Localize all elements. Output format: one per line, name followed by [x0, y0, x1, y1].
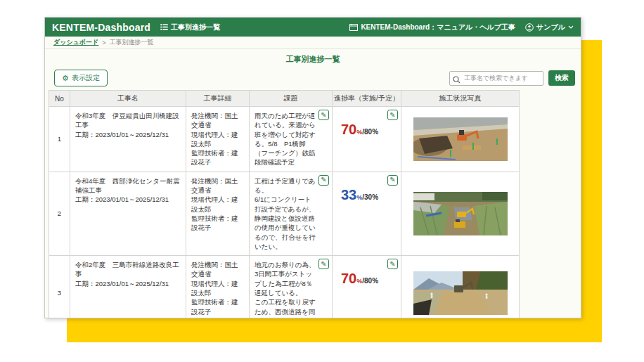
detail-line: 現場代理人：建設太郎: [191, 130, 244, 149]
edit-progress-button[interactable]: ✎: [387, 175, 398, 186]
detail-line: 発注機関：国土交通省: [191, 111, 244, 130]
breadcrumb-dashboard-link[interactable]: ダッシュボード: [53, 38, 98, 47]
issue-text: 工程は予定通りである。: [255, 176, 316, 195]
search-icon: [453, 74, 461, 86]
site-photo-2: [413, 192, 508, 235]
app-logo[interactable]: KENTEM-Dashboard: [52, 22, 150, 33]
breadcrumb-separator: >: [102, 39, 105, 46]
project-name: 令和2年度 三島市幹線道路改良工事: [75, 260, 181, 279]
project-name: 令和3年度 伊豆縦貫山田川橋建設工事: [75, 111, 181, 130]
app-header-right: KENTEM-Dashboard：マニュアル・ヘルプ工事 サンプル: [349, 22, 574, 32]
issue-text: この工程を取り戻すため、西側道路を同時に施工する。。: [255, 297, 316, 318]
user-icon: [525, 23, 534, 32]
pencil-icon: ✎: [389, 260, 395, 268]
user-name-label: サンプル: [536, 22, 565, 32]
dashboard-window: KENTEM-Dashboard 工事別進捗一覧: [44, 17, 581, 318]
project-selector[interactable]: KENTEM-Dashboard：マニュアル・ヘルプ工事: [349, 22, 515, 32]
project-period: 工期：2023/01/01～2025/12/31: [75, 279, 181, 288]
issue-text: 地元のお祭りの為、3日間工事がストップした為工程が8％遅延している。: [255, 260, 316, 297]
chevron-down-icon: [568, 25, 574, 29]
pencil-icon: ✎: [321, 176, 326, 183]
site-photo-cell: [401, 172, 520, 255]
nav-progress-list-label: 工事別進捗一覧: [171, 22, 220, 32]
search-input-wrapper: [449, 70, 543, 86]
edit-progress-button[interactable]: ✎: [387, 259, 398, 269]
pencil-icon: ✎: [389, 176, 395, 183]
column-header-detail: 工事詳細: [186, 91, 250, 107]
progress-table: No 工事名 工事詳細 課題 進捗率（実施/予定） 施工状況写真 1 令和3年度…: [49, 90, 520, 318]
progress-value: 70%/80%: [341, 119, 401, 139]
search-group: 検索: [449, 70, 575, 86]
detail-line: 現場代理人：建設太郎: [191, 279, 244, 298]
column-header-no: No: [49, 91, 70, 107]
row-number: 1: [49, 107, 70, 172]
pencil-icon: ✎: [321, 111, 326, 119]
progress-value: 70%/80%: [341, 269, 401, 288]
table-row: 1 令和3年度 伊豆縦貫山田川橋建設工事 工期：2023/01/01～2025/…: [49, 107, 520, 172]
toolbar: ⚙ 表示設定 検索: [54, 70, 575, 86]
nav-progress-list[interactable]: 工事別進捗一覧: [160, 22, 220, 32]
project-name: 令和4年度 西部浄化センター耐震補強工事: [75, 176, 181, 195]
column-header-issue: 課題: [250, 91, 333, 107]
search-button[interactable]: 検索: [548, 70, 575, 86]
desktop-background: KENTEM-Dashboard 工事別進捗一覧: [0, 0, 644, 362]
column-header-photo: 施工状況写真: [401, 91, 520, 107]
breadcrumb-current: 工事別進捗一覧: [110, 38, 154, 47]
site-photo-cell: [401, 256, 520, 318]
table-row: 2 令和4年度 西部浄化センター耐震補強工事 工期：2023/01/01～202…: [49, 172, 520, 255]
site-photo-3: [413, 271, 508, 315]
progress-value: 33%/30%: [341, 185, 401, 205]
project-selector-label: KENTEM-Dashboard：マニュアル・ヘルプ工事: [361, 22, 515, 32]
gear-icon: ⚙: [62, 75, 69, 82]
column-header-progress: 進捗率（実施/予定）: [333, 91, 401, 107]
detail-line: 発注機関：国土交通省: [191, 176, 244, 195]
edit-issue-button[interactable]: ✎: [318, 110, 329, 120]
table-header-row: No 工事名 工事詳細 課題 進捗率（実施/予定） 施工状況写真: [49, 91, 520, 107]
edit-issue-button[interactable]: ✎: [318, 259, 329, 269]
detail-line: 監理技術者：建設花子: [191, 148, 244, 167]
user-menu[interactable]: サンプル: [525, 22, 574, 32]
column-header-name: 工事名: [70, 91, 186, 107]
list-icon: [160, 24, 168, 30]
issue-text: 雨天のため工程が遅れている。来週から班を増やして対応する。5/8 P1橋脚（フー…: [255, 111, 316, 167]
display-settings-label: 表示設定: [72, 73, 100, 83]
app-header-left: KENTEM-Dashboard 工事別進捗一覧: [52, 22, 220, 33]
page-title: 工事別進捗一覧: [45, 54, 581, 65]
site-photo-cell: [401, 107, 520, 172]
detail-line: 監理技術者：建設花子: [191, 297, 244, 316]
detail-line: 発注機関：国土交通省: [191, 260, 244, 279]
issue-text: 6/1にコンクリート打設予定であるが、静岡建設と仮設道路の使用が重複しているので…: [255, 195, 316, 251]
detail-line: 監理技術者：建設花子: [191, 214, 244, 233]
table-row: 3 令和2年度 三島市幹線道路改良工事 工期：2023/01/01～2025/1…: [49, 256, 520, 318]
edit-issue-button[interactable]: ✎: [318, 175, 329, 186]
project-period: 工期：2023/01/01～2025/12/31: [75, 130, 181, 139]
row-number: 2: [49, 172, 70, 255]
edit-progress-button[interactable]: ✎: [387, 110, 398, 120]
pencil-icon: ✎: [389, 111, 395, 119]
app-header: KENTEM-Dashboard 工事別進捗一覧: [45, 18, 581, 37]
project-period: 工期：2023/01/01～2025/12/31: [75, 195, 181, 204]
site-photo-1: [413, 117, 508, 161]
row-number: 3: [49, 256, 70, 318]
window-icon: [349, 24, 358, 31]
display-settings-button[interactable]: ⚙ 表示設定: [54, 70, 108, 86]
search-input[interactable]: [449, 71, 543, 86]
pencil-icon: ✎: [321, 260, 326, 268]
breadcrumb: ダッシュボード > 工事別進捗一覧: [45, 37, 581, 49]
detail-line: 現場代理人：建設太郎: [191, 195, 244, 214]
